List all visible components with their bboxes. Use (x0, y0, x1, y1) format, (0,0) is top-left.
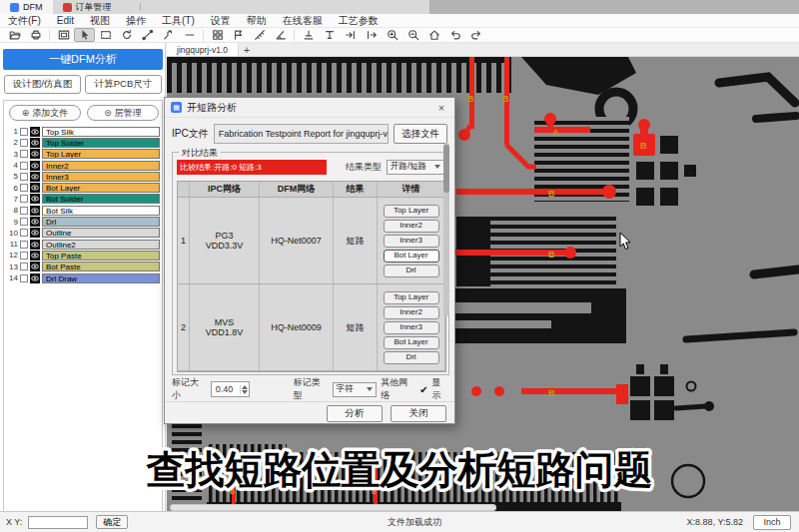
layer-row[interactable]: 13Bot Paste (6, 262, 160, 272)
layer-row[interactable]: 1Top Silk (6, 126, 160, 137)
layer-checkbox[interactable] (20, 184, 28, 192)
layer-checkbox[interactable] (20, 252, 28, 260)
menu-operate[interactable]: 操作 (118, 14, 154, 28)
print-icon[interactable] (25, 28, 46, 42)
detail-layer-button[interactable]: Bot Layer (384, 336, 439, 349)
layer-checkbox[interactable] (20, 150, 28, 158)
add-file-button[interactable]: ⊕添加文件 (9, 105, 81, 121)
h-scrollbar-thumb[interactable] (170, 504, 496, 511)
eye-icon[interactable] (30, 251, 40, 261)
dialog-close-icon[interactable]: × (434, 102, 448, 114)
open-file-icon[interactable] (4, 28, 25, 42)
eye-icon[interactable] (30, 183, 40, 193)
menu-process-params[interactable]: 工艺参数 (331, 14, 387, 28)
stamp-icon[interactable] (298, 28, 319, 42)
eye-icon[interactable] (30, 127, 40, 137)
eye-icon[interactable] (30, 206, 40, 216)
eye-icon[interactable] (30, 228, 40, 238)
grid-view-icon[interactable] (207, 28, 228, 42)
layer-row[interactable]: 5Inner3 (6, 171, 160, 182)
layer-checkbox[interactable] (20, 162, 28, 170)
xy-input[interactable] (28, 516, 88, 529)
unit-button[interactable]: Inch (753, 515, 791, 530)
app-tab-orders[interactable]: 订单管理 (53, 0, 122, 14)
table-row[interactable]: 1 PG3VDD3.3V HQ-Net0007 短路 Top Layer Inn… (178, 198, 445, 284)
redo-icon[interactable] (465, 28, 486, 42)
detail-layer-button[interactable]: Inner2 (384, 220, 439, 233)
mark-size-spinner[interactable]: 0.40 (211, 381, 250, 397)
layer-checkbox[interactable] (20, 128, 28, 136)
layer-row[interactable]: 14Drl Draw (6, 272, 160, 283)
menu-tools[interactable]: 工具(T) (154, 14, 203, 28)
eye-icon[interactable] (30, 240, 40, 250)
layer-checkbox[interactable] (20, 195, 28, 203)
layer-checkbox[interactable] (20, 274, 28, 282)
calc-pcb-size-button[interactable]: 计算PCB尺寸 (85, 75, 162, 94)
layer-checkbox[interactable] (20, 241, 28, 249)
pad-out-icon[interactable] (361, 28, 382, 42)
app-tab-dfm[interactable]: DFM (0, 0, 53, 14)
layer-manage-button[interactable]: ⊜层管理 (87, 105, 159, 121)
eye-icon[interactable] (30, 273, 40, 283)
eye-icon[interactable] (30, 172, 40, 182)
menu-help[interactable]: 帮助 (239, 14, 275, 28)
home-view-icon[interactable] (423, 28, 444, 42)
fit-view-icon[interactable] (53, 28, 74, 42)
detail-layer-button[interactable]: Inner2 (384, 306, 439, 319)
detail-layer-button[interactable]: Top Layer (384, 291, 439, 304)
table-scrollbar[interactable] (443, 143, 449, 316)
detail-layer-button-active[interactable]: Bot Layer (384, 250, 439, 263)
close-button[interactable]: 关闭 (391, 405, 446, 422)
select-cursor-icon[interactable] (74, 28, 95, 42)
detail-layer-button[interactable]: Inner3 (384, 235, 439, 248)
table-scrollbar-thumb[interactable] (443, 145, 449, 193)
zoom-in-icon[interactable] (382, 28, 402, 42)
choose-file-button[interactable]: 选择文件 (394, 124, 447, 144)
undo-icon[interactable] (444, 28, 465, 42)
layer-row[interactable]: 6Bot Layer (6, 182, 160, 193)
mark-type-select[interactable]: 字符 (333, 382, 378, 397)
menu-edit[interactable]: Edit (49, 15, 82, 26)
measure-icon[interactable] (249, 28, 270, 42)
layer-checkbox[interactable] (20, 263, 28, 270)
eye-icon[interactable] (30, 138, 40, 148)
rotate-icon[interactable] (116, 28, 137, 42)
layer-row[interactable]: 3Top Layer (6, 149, 160, 160)
text-tool-icon[interactable] (319, 28, 340, 42)
route-icon[interactable] (158, 28, 179, 42)
node-edit-icon[interactable] (137, 28, 158, 42)
layer-row[interactable]: 8Bot Silk (6, 205, 160, 216)
layer-row[interactable]: 7Bot Solder (6, 194, 160, 205)
zoom-out-icon[interactable] (402, 28, 423, 42)
eye-icon[interactable] (30, 217, 40, 227)
result-type-select[interactable]: 开路/短路 (387, 160, 444, 175)
pad-in-icon[interactable] (340, 28, 361, 42)
menu-file[interactable]: 文件(F) (0, 14, 49, 28)
detail-layer-button[interactable]: Drl (384, 265, 439, 277)
eye-icon[interactable] (30, 262, 40, 271)
layer-checkbox[interactable] (20, 218, 28, 226)
layer-checkbox[interactable] (20, 229, 28, 237)
layer-row[interactable]: 2Top Solder (6, 137, 160, 148)
analyze-button[interactable]: 分析 (327, 405, 383, 422)
eye-icon[interactable] (30, 161, 40, 171)
eye-icon[interactable] (30, 194, 40, 204)
one-key-dfm-button[interactable]: 一键DFM分析 (3, 49, 163, 70)
confirm-button[interactable]: 确定 (96, 515, 128, 529)
table-row[interactable]: 2 MVSVDD1.8V HQ-Net0009 短路 Top Layer Inn… (178, 284, 445, 371)
document-tab[interactable]: jingquprj-v1.0 (167, 43, 239, 56)
angle-measure-icon[interactable] (270, 28, 291, 42)
marquee-select-icon[interactable] (95, 28, 116, 42)
spin-down-icon[interactable] (242, 390, 248, 394)
layer-row[interactable]: 4Inner2 (6, 160, 160, 171)
detail-layer-button[interactable]: Drl (384, 351, 439, 364)
minus-icon[interactable] (179, 28, 200, 42)
layer-row[interactable]: 12Top Paste (6, 250, 160, 261)
layer-row[interactable]: 10Outline (6, 228, 160, 239)
menu-settings[interactable]: 设置 (203, 14, 239, 28)
show-checkbox-checked-icon[interactable]: ✔ (419, 384, 427, 395)
layer-row[interactable]: 9Drl (6, 216, 160, 227)
detail-layer-button[interactable]: Inner3 (384, 321, 439, 334)
layer-checkbox[interactable] (20, 207, 28, 215)
spin-up-icon[interactable] (242, 385, 248, 389)
